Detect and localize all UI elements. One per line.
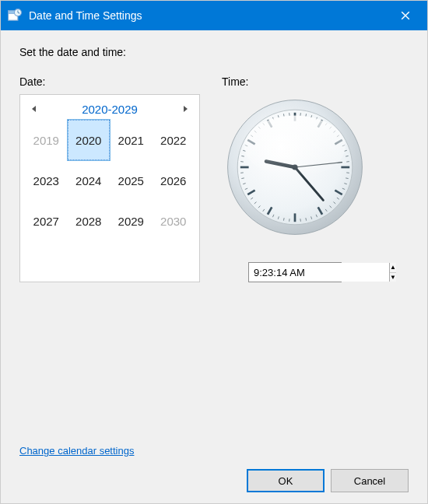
- calendar-grid: 2019202020212022202320242025202620272028…: [25, 120, 195, 241]
- calendar-settings-link[interactable]: Change calendar settings: [19, 445, 409, 457]
- calendar-year-2025[interactable]: 2025: [110, 160, 153, 201]
- heading: Set the date and time:: [19, 46, 409, 58]
- spacer: [19, 282, 409, 445]
- time-up-button[interactable]: ▲: [390, 263, 396, 273]
- time-label: Time:: [222, 75, 409, 88]
- close-icon: [401, 11, 410, 20]
- dialog-content: Set the date and time: Date: Time: 2020-…: [1, 30, 427, 504]
- app-icon: [7, 8, 23, 23]
- chevron-right-icon: [182, 105, 188, 113]
- calendar: 2020-2029 201920202021202220232024202520…: [19, 94, 200, 282]
- svg-marker-7: [32, 106, 36, 112]
- time-down-button[interactable]: ▼: [390, 273, 396, 282]
- time-panel: ▲ ▼: [225, 94, 365, 282]
- time-spinner-buttons: ▲ ▼: [389, 263, 396, 282]
- close-button[interactable]: [388, 1, 423, 30]
- calendar-header: 2020-2029: [25, 98, 195, 120]
- time-input[interactable]: [249, 263, 389, 282]
- cancel-button[interactable]: Cancel: [331, 469, 409, 492]
- calendar-prev-button[interactable]: [25, 100, 44, 118]
- calendar-year-2026[interactable]: 2026: [153, 160, 195, 201]
- title-bar: Date and Time Settings: [1, 1, 427, 30]
- svg-marker-8: [184, 106, 188, 112]
- calendar-year-2020[interactable]: 2020: [68, 120, 111, 160]
- time-spinner: ▲ ▼: [248, 262, 342, 282]
- calendar-year-2023[interactable]: 2023: [25, 160, 68, 201]
- calendar-year-2019[interactable]: 2019: [25, 120, 68, 160]
- controls-row: 2020-2029 201920202021202220232024202520…: [19, 94, 409, 282]
- window-title: Date and Time Settings: [29, 9, 388, 22]
- calendar-year-2021[interactable]: 2021: [110, 120, 153, 160]
- calendar-year-2029[interactable]: 2029: [110, 201, 153, 241]
- chevron-left-icon: [31, 105, 37, 113]
- dialog-buttons: OK Cancel: [19, 469, 409, 492]
- calendar-year-2022[interactable]: 2022: [153, 120, 195, 160]
- date-label: Date:: [19, 75, 222, 88]
- calendar-range-title[interactable]: 2020-2029: [44, 103, 176, 116]
- ok-button[interactable]: OK: [247, 469, 325, 492]
- analog-clock: [225, 97, 365, 237]
- calendar-year-2028[interactable]: 2028: [68, 201, 111, 241]
- calendar-next-button[interactable]: [176, 100, 195, 118]
- calendar-year-2030[interactable]: 2030: [153, 201, 195, 241]
- calendar-year-2027[interactable]: 2027: [25, 201, 68, 241]
- calendar-year-2024[interactable]: 2024: [68, 160, 111, 201]
- svg-point-72: [244, 115, 346, 177]
- labels-row: Date: Time:: [19, 75, 409, 88]
